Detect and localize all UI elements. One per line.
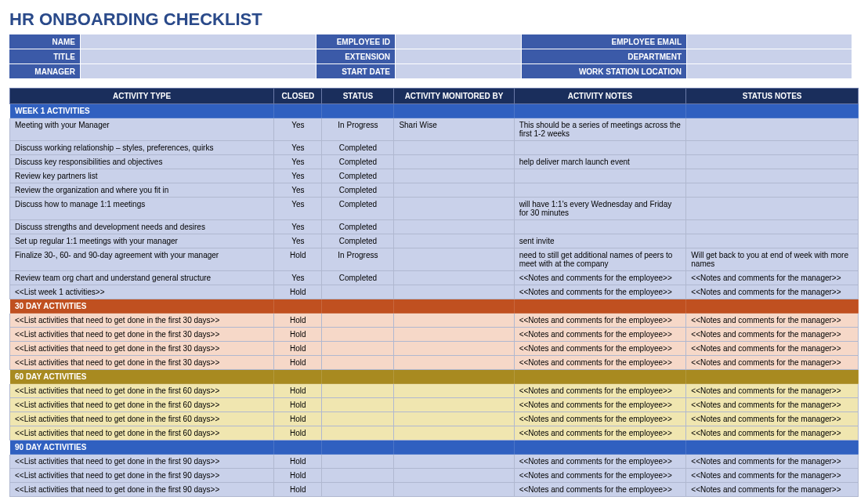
header-value[interactable] [396, 49, 521, 63]
closed-cell[interactable]: Yes [274, 220, 322, 234]
activity-cell[interactable]: <<List week 1 activities>> [10, 285, 274, 299]
activity-notes-cell[interactable]: <<Notes and comments for the employee>> [514, 483, 686, 497]
status-cell[interactable] [322, 483, 394, 497]
activity-notes-cell[interactable]: <<Notes and comments for the employee>> [514, 314, 686, 328]
activity-notes-cell[interactable] [514, 220, 686, 234]
monitor-cell[interactable] [394, 141, 514, 155]
header-value[interactable] [81, 34, 316, 49]
monitor-cell[interactable] [394, 169, 514, 183]
activity-notes-cell[interactable]: This should be a series of meetings acro… [514, 118, 686, 141]
header-value[interactable] [396, 34, 521, 49]
activity-cell[interactable]: Discuss how to manage 1:1 meetings [10, 198, 274, 220]
status-notes-cell[interactable]: <<Notes and comments for the manager>> [686, 356, 859, 370]
status-cell[interactable]: Completed [322, 198, 394, 220]
closed-cell[interactable]: Hold [274, 412, 322, 426]
activity-cell[interactable]: <<List activities that need to get done … [10, 328, 274, 342]
monitor-cell[interactable] [394, 248, 514, 271]
status-notes-cell[interactable]: <<Notes and comments for the manager>> [686, 398, 859, 412]
activity-notes-cell[interactable]: <<Notes and comments for the employee>> [514, 398, 686, 412]
activity-cell[interactable]: Review the organization and where you fi… [10, 183, 274, 198]
monitor-cell[interactable] [394, 398, 514, 412]
closed-cell[interactable]: Yes [274, 155, 322, 169]
monitor-cell[interactable] [394, 234, 514, 248]
status-cell[interactable] [322, 412, 394, 426]
status-notes-cell[interactable] [686, 183, 859, 198]
activity-notes-cell[interactable]: <<Notes and comments for the employee>> [514, 271, 686, 285]
activity-cell[interactable]: Discuss key responsibilities and objecti… [10, 155, 274, 169]
activity-cell[interactable]: <<List activities that need to get done … [10, 426, 274, 441]
activity-cell[interactable]: <<List activities that need to get done … [10, 412, 274, 426]
status-notes-cell[interactable] [686, 141, 859, 155]
activity-cell[interactable]: Review team org chart and understand gen… [10, 271, 274, 285]
status-notes-cell[interactable]: <<Notes and comments for the manager>> [686, 285, 859, 299]
activity-cell[interactable]: <<List activities that need to get done … [10, 455, 274, 469]
activity-cell[interactable]: <<List activities that need to get done … [10, 398, 274, 412]
monitor-cell[interactable] [394, 198, 514, 220]
status-notes-cell[interactable]: <<Notes and comments for the manager>> [686, 426, 859, 441]
status-cell[interactable] [322, 356, 394, 370]
status-notes-cell[interactable]: <<Notes and comments for the manager>> [686, 328, 859, 342]
activity-cell[interactable]: <<List activities that need to get done … [10, 356, 274, 370]
closed-cell[interactable]: Hold [274, 248, 322, 271]
header-value[interactable] [687, 34, 852, 49]
status-cell[interactable]: Completed [322, 220, 394, 234]
status-cell[interactable] [322, 285, 394, 299]
activity-cell[interactable]: <<List activities that need to get done … [10, 469, 274, 483]
closed-cell[interactable]: Yes [274, 271, 322, 285]
status-notes-cell[interactable]: <<Notes and comments for the manager>> [686, 342, 859, 356]
activity-notes-cell[interactable]: <<Notes and comments for the employee>> [514, 412, 686, 426]
header-value[interactable] [81, 49, 316, 63]
monitor-cell[interactable] [394, 426, 514, 441]
closed-cell[interactable]: Hold [274, 314, 322, 328]
activity-notes-cell[interactable]: <<Notes and comments for the employee>> [514, 356, 686, 370]
closed-cell[interactable]: Hold [274, 356, 322, 370]
header-value[interactable] [687, 64, 852, 78]
status-notes-cell[interactable]: Will get back to you at end of week with… [686, 248, 859, 271]
status-notes-cell[interactable]: <<Notes and comments for the manager>> [686, 412, 859, 426]
monitor-cell[interactable] [394, 314, 514, 328]
activity-notes-cell[interactable] [514, 183, 686, 198]
activity-cell[interactable]: Finalize 30-, 60- and 90-day agreement w… [10, 248, 274, 271]
closed-cell[interactable]: Yes [274, 118, 322, 141]
closed-cell[interactable]: Yes [274, 198, 322, 220]
status-cell[interactable] [322, 384, 394, 398]
closed-cell[interactable]: Yes [274, 169, 322, 183]
closed-cell[interactable]: Hold [274, 285, 322, 299]
activity-notes-cell[interactable]: <<Notes and comments for the employee>> [514, 455, 686, 469]
status-notes-cell[interactable] [686, 169, 859, 183]
monitor-cell[interactable] [394, 155, 514, 169]
status-cell[interactable]: Completed [322, 155, 394, 169]
status-cell[interactable]: Completed [322, 234, 394, 248]
status-cell[interactable] [322, 314, 394, 328]
closed-cell[interactable]: Yes [274, 141, 322, 155]
status-notes-cell[interactable] [686, 198, 859, 220]
status-notes-cell[interactable] [686, 155, 859, 169]
activity-notes-cell[interactable] [514, 169, 686, 183]
closed-cell[interactable]: Yes [274, 234, 322, 248]
monitor-cell[interactable] [394, 220, 514, 234]
activity-cell[interactable]: <<List activities that need to get done … [10, 314, 274, 328]
status-cell[interactable] [322, 455, 394, 469]
closed-cell[interactable]: Hold [274, 469, 322, 483]
monitor-cell[interactable] [394, 271, 514, 285]
status-notes-cell[interactable]: <<Notes and comments for the manager>> [686, 314, 859, 328]
status-cell[interactable] [322, 342, 394, 356]
activity-cell[interactable]: Review key partners list [10, 169, 274, 183]
monitor-cell[interactable] [394, 328, 514, 342]
closed-cell[interactable]: Yes [274, 183, 322, 198]
activity-notes-cell[interactable] [514, 141, 686, 155]
monitor-cell[interactable] [394, 356, 514, 370]
header-value[interactable] [396, 64, 521, 78]
closed-cell[interactable]: Hold [274, 483, 322, 497]
closed-cell[interactable]: Hold [274, 455, 322, 469]
closed-cell[interactable]: Hold [274, 328, 322, 342]
activity-cell[interactable]: Meeting with your Manager [10, 118, 274, 141]
activity-notes-cell[interactable]: <<Notes and comments for the employee>> [514, 426, 686, 441]
status-cell[interactable]: Completed [322, 183, 394, 198]
monitor-cell[interactable] [394, 469, 514, 483]
closed-cell[interactable]: Hold [274, 426, 322, 441]
activity-cell[interactable]: <<List activities that need to get done … [10, 483, 274, 497]
monitor-cell[interactable] [394, 483, 514, 497]
status-cell[interactable] [322, 426, 394, 441]
status-notes-cell[interactable]: <<Notes and comments for the manager>> [686, 271, 859, 285]
